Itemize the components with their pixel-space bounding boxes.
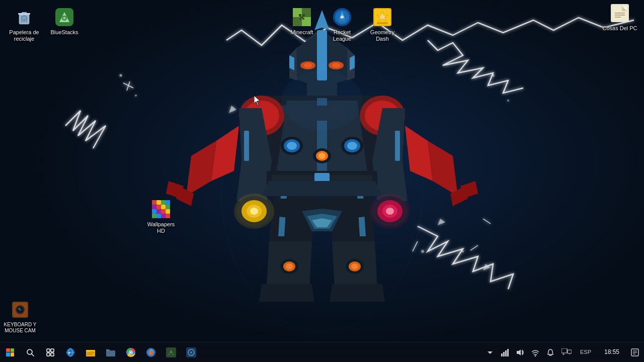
svg-point-64 (284, 139, 300, 152)
tray-network[interactable] (498, 342, 512, 363)
svg-rect-138 (156, 200, 161, 205)
svg-marker-160 (254, 96, 260, 106)
svg-line-6 (395, 119, 397, 129)
rocket-league-image (332, 7, 352, 27)
svg-marker-34 (277, 101, 367, 171)
cosas-del-pc-icon[interactable]: Cosas Del PC (600, 0, 640, 35)
tray-notifications[interactable] (543, 342, 557, 363)
minecraft-desktop-icon[interactable]: Minecraft (282, 4, 322, 39)
svg-point-63 (281, 137, 303, 155)
svg-marker-60 (428, 141, 458, 196)
svg-rect-166 (51, 353, 54, 356)
bluestacks-image (54, 7, 74, 27)
svg-point-71 (318, 153, 326, 159)
svg-rect-43 (244, 131, 249, 161)
svg-marker-13 (483, 264, 491, 270)
svg-point-24 (300, 61, 315, 69)
svg-marker-91 (322, 199, 370, 221)
svg-marker-92 (302, 209, 342, 231)
svg-text:e: e (68, 351, 70, 354)
svg-marker-33 (252, 96, 392, 191)
svg-rect-147 (161, 209, 166, 214)
svg-point-14 (120, 74, 122, 77)
svg-point-27 (332, 63, 340, 68)
taskbar-task-view[interactable] (40, 342, 60, 363)
tray-clock[interactable]: 18:55 (597, 342, 627, 363)
svg-rect-151 (161, 214, 166, 218)
svg-rect-35 (317, 98, 327, 178)
svg-line-9 (470, 245, 478, 250)
svg-point-40 (365, 101, 400, 131)
svg-point-69 (313, 148, 331, 163)
taskbar-folder[interactable] (101, 342, 121, 363)
taskbar-chrome[interactable] (121, 342, 141, 363)
desktop: Papelera de reciclaje BlueStacks (0, 0, 644, 362)
taskbar-ie[interactable]: e (60, 342, 80, 363)
rocket-league-desktop-icon[interactable]: Rocket League (322, 4, 362, 45)
svg-point-15 (135, 95, 137, 97)
svg-marker-61 (450, 186, 468, 206)
minecraft-image (292, 7, 312, 27)
svg-rect-176 (106, 350, 115, 356)
tray-show-hidden[interactable] (483, 342, 497, 363)
svg-marker-78 (259, 284, 314, 302)
geometry-dash-label: Geometry Dash (364, 29, 400, 42)
wallpapers-hd-label: Wallpapers HD (143, 221, 179, 234)
svg-rect-144 (166, 205, 170, 209)
taskbar-app2[interactable] (181, 342, 201, 363)
desktop-icons-top-left: Papelera de reciclaje BlueStacks (0, 0, 101, 45)
svg-point-80 (283, 261, 295, 272)
svg-rect-150 (156, 214, 161, 218)
svg-point-182 (130, 351, 132, 353)
keyboard-mouse-cam-image (10, 300, 30, 320)
svg-rect-178 (107, 352, 115, 352)
svg-rect-174 (87, 352, 94, 353)
svg-marker-76 (267, 241, 312, 287)
svg-point-159 (19, 308, 20, 310)
svg-rect-74 (314, 173, 330, 184)
svg-rect-195 (507, 349, 509, 356)
svg-rect-194 (505, 350, 507, 356)
svg-marker-90 (274, 199, 322, 221)
svg-rect-32 (307, 83, 337, 98)
tray-wifi[interactable] (528, 342, 542, 363)
svg-rect-148 (166, 209, 170, 214)
tray-volume[interactable] (513, 342, 527, 363)
svg-point-46 (247, 205, 262, 218)
tray-action-center[interactable] (628, 342, 642, 363)
bluestacks-desktop-icon[interactable]: BlueStacks (44, 4, 85, 39)
wallpapers-hd-icon[interactable]: Wallpapers HD (141, 196, 181, 237)
svg-point-190 (190, 351, 192, 353)
recycle-bin-icon[interactable]: Papelera de reciclaje (4, 4, 44, 45)
svg-marker-93 (307, 214, 337, 229)
taskbar-search[interactable] (20, 342, 40, 363)
svg-marker-11 (387, 118, 395, 125)
start-button[interactable] (0, 342, 20, 363)
taskbar-app1[interactable] (161, 342, 181, 363)
svg-point-124 (341, 16, 344, 19)
mouse-cursor (254, 96, 260, 106)
svg-point-68 (347, 142, 357, 150)
tray-lang-display[interactable]: ESP (576, 342, 596, 363)
svg-marker-75 (269, 186, 317, 241)
tray-display[interactable] (558, 342, 575, 363)
svg-marker-173 (86, 350, 90, 351)
svg-marker-85 (330, 284, 385, 302)
svg-marker-31 (350, 55, 355, 70)
svg-line-4 (249, 101, 252, 111)
svg-line-3 (247, 103, 257, 108)
geometry-dash-desktop-icon[interactable]: Geometry Dash (362, 4, 403, 45)
taskbar: e (0, 342, 644, 362)
taskbar-file-explorer[interactable] (80, 342, 101, 363)
keyboard-mouse-cam-icon[interactable]: KEYBOARD Y MOUSE CAM (0, 297, 40, 337)
svg-marker-10 (229, 106, 236, 113)
svg-rect-193 (503, 352, 505, 356)
svg-rect-115 (302, 14, 305, 17)
svg-marker-94 (312, 218, 332, 227)
svg-rect-142 (156, 205, 161, 209)
bluestacks-label: BlueStacks (50, 29, 78, 36)
svg-point-70 (316, 151, 328, 161)
taskbar-firefox[interactable] (141, 342, 161, 363)
svg-point-97 (370, 194, 410, 229)
svg-marker-36 (277, 106, 347, 121)
